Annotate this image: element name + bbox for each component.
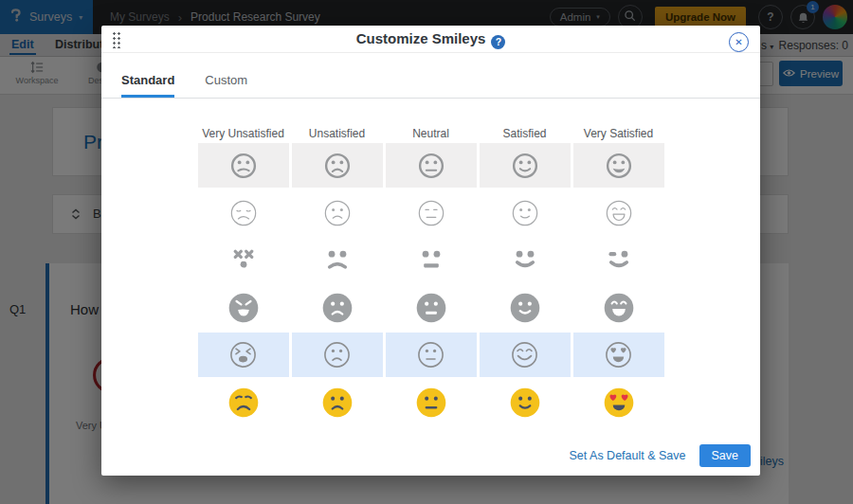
column-header-satisfied: Satisfied	[480, 121, 571, 140]
smiley-outline-thin-unsatisfied[interactable]	[292, 190, 383, 235]
smiley-emoji-unsatisfied[interactable]	[292, 380, 383, 424]
smiley-emoji-very-unsatisfied[interactable]	[198, 380, 289, 424]
column-header-very-unsatisfied: Very Unsatisfied	[198, 121, 289, 140]
modal-title: Customize Smileys?	[101, 26, 760, 53]
smiley-outline-bold-very-satisfied[interactable]	[573, 143, 664, 188]
smiley-sketch-satisfied[interactable]	[480, 333, 571, 377]
smiley-solid-very-satisfied[interactable]	[573, 285, 664, 330]
set-default-save-link[interactable]: Set As Default & Save	[570, 449, 686, 462]
smiley-outline-bold-unsatisfied[interactable]	[292, 143, 383, 188]
smiley-emoji-very-satisfied[interactable]	[573, 380, 664, 424]
modal-tab-bar: Standard Custom	[101, 53, 760, 99]
tab-standard[interactable]: Standard	[121, 73, 174, 98]
smiley-solid-neutral[interactable]	[386, 285, 477, 330]
save-button[interactable]: Save	[699, 444, 752, 467]
smiley-emoji-satisfied[interactable]	[480, 380, 571, 424]
modal-header: Customize Smileys? ✕	[101, 26, 760, 53]
column-header-very-satisfied: Very Satisfied	[573, 121, 664, 140]
customize-smileys-modal: Customize Smileys? ✕ Standard Custom Ver…	[101, 26, 760, 476]
smiley-outline-bold-very-unsatisfied[interactable]	[198, 143, 289, 188]
column-header-unsatisfied: Unsatisfied	[292, 121, 383, 140]
tab-custom[interactable]: Custom	[205, 73, 247, 98]
smiley-solid-unsatisfied[interactable]	[292, 285, 383, 330]
smiley-outline-bold-neutral[interactable]	[386, 143, 477, 188]
smiley-abstract-neutral[interactable]	[386, 238, 477, 282]
smiley-abstract-very-satisfied[interactable]	[573, 238, 664, 282]
column-header-neutral: Neutral	[386, 121, 477, 140]
help-icon[interactable]: ?	[491, 35, 505, 49]
close-icon: ✕	[735, 37, 742, 47]
smiley-solid-satisfied[interactable]	[480, 285, 571, 330]
smiley-sketch-very-satisfied[interactable]	[573, 333, 664, 377]
smiley-abstract-satisfied[interactable]	[480, 238, 571, 282]
smiley-abstract-very-unsatisfied[interactable]	[198, 238, 289, 282]
close-button[interactable]: ✕	[729, 32, 749, 52]
smiley-emoji-neutral[interactable]	[386, 380, 477, 424]
smiley-sketch-neutral[interactable]	[386, 333, 477, 377]
smiley-sketch-unsatisfied[interactable]	[292, 333, 383, 377]
smiley-abstract-unsatisfied[interactable]	[292, 238, 383, 282]
smiley-solid-very-unsatisfied[interactable]	[198, 285, 289, 330]
modal-footer: Set As Default & Save Save	[570, 444, 752, 467]
smiley-sketch-very-unsatisfied[interactable]	[198, 333, 289, 377]
smiley-outline-bold-satisfied[interactable]	[480, 143, 571, 188]
smiley-grid: Very UnsatisfiedUnsatisfiedNeutralSatisf…	[101, 121, 760, 424]
smiley-outline-thin-satisfied[interactable]	[480, 190, 571, 235]
smiley-outline-thin-neutral[interactable]	[386, 190, 477, 235]
smiley-outline-thin-very-unsatisfied[interactable]	[198, 190, 289, 235]
modal-title-text: Customize Smileys	[356, 30, 486, 46]
smiley-outline-thin-very-satisfied[interactable]	[573, 190, 664, 235]
